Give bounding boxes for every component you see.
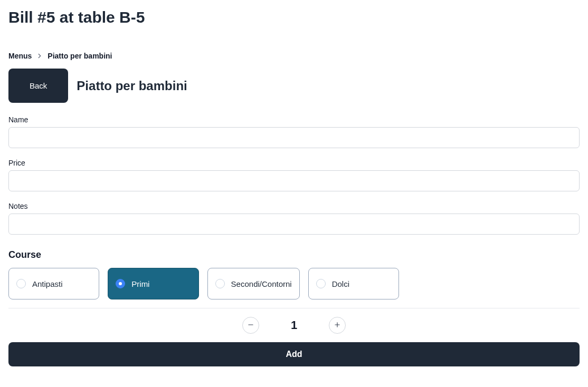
chevron-right-icon: [36, 52, 43, 60]
section-title: Piatto per bambini: [77, 79, 187, 93]
course-option-primi[interactable]: Primi: [108, 268, 198, 299]
name-input[interactable]: [8, 127, 580, 148]
course-label: Primi: [131, 279, 149, 288]
course-option-antipasti[interactable]: Antipasti: [8, 268, 99, 299]
price-label: Price: [8, 159, 580, 167]
notes-input[interactable]: [8, 214, 580, 235]
decrement-button[interactable]: [242, 317, 259, 334]
course-heading: Course: [8, 249, 580, 260]
back-button[interactable]: Back: [8, 69, 68, 103]
breadcrumb: Menus Piatto per bambini: [8, 52, 580, 60]
course-label: Antipasti: [32, 279, 63, 288]
notes-label: Notes: [8, 202, 580, 210]
add-button[interactable]: Add: [8, 342, 580, 366]
course-label: Secondi/Contorni: [231, 279, 292, 288]
course-label: Dolci: [332, 279, 349, 288]
divider: [8, 308, 580, 308]
plus-icon: [334, 321, 341, 330]
radio-icon: [215, 279, 225, 288]
radio-icon: [116, 279, 125, 288]
breadcrumb-root[interactable]: Menus: [8, 52, 32, 60]
radio-icon: [16, 279, 26, 288]
page-title: Bill #5 at table B-5: [8, 8, 580, 26]
minus-icon: [247, 321, 254, 330]
breadcrumb-current: Piatto per bambini: [48, 52, 112, 60]
course-options: Antipasti Primi Secondi/Contorni Dolci: [8, 268, 399, 299]
name-label: Name: [8, 115, 580, 124]
quantity-value: 1: [289, 318, 299, 332]
radio-icon: [316, 279, 326, 288]
course-option-dolci[interactable]: Dolci: [308, 268, 399, 299]
quantity-stepper: 1: [8, 315, 580, 342]
course-option-secondi[interactable]: Secondi/Contorni: [207, 268, 300, 299]
title-row: Back Piatto per bambini: [8, 69, 580, 103]
price-input[interactable]: [8, 170, 580, 191]
increment-button[interactable]: [329, 317, 346, 334]
